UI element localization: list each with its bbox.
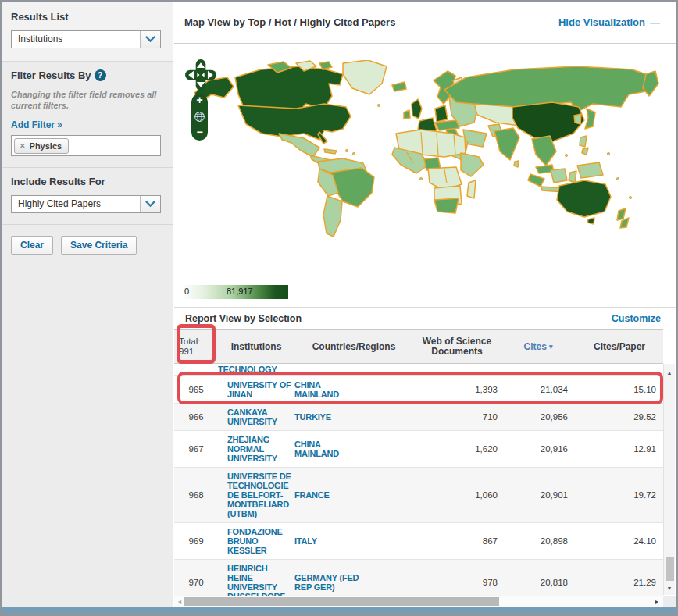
add-filter-link[interactable]: Add Filter » (11, 119, 62, 130)
cpp-cell: 24.10 (576, 523, 663, 559)
globe-icon[interactable] (194, 111, 205, 123)
docs-cell (413, 364, 501, 375)
zoom-out-icon[interactable]: − (196, 127, 202, 137)
sidebar: Results List Institutions Filter Results… (2, 2, 173, 607)
remove-filter-icon[interactable]: ✕ (20, 142, 26, 150)
institution-cell: FONDAZIONE BRUNO KESSLER (218, 523, 294, 559)
legend-min-label: 0 (184, 287, 189, 296)
rank-cell: 968 (174, 468, 218, 522)
map-legend: 0 81,917 (182, 285, 288, 299)
docs-cell: 867 (413, 523, 501, 559)
chevron-down-icon[interactable] (140, 31, 160, 48)
hide-visualization-link[interactable]: Hide Visualization— (558, 16, 660, 28)
scrollbar-corner (663, 596, 677, 608)
cites-cell: 20,916 (501, 431, 576, 467)
hide-visualization-label: Hide Visualization (558, 16, 645, 28)
country-cell: TURKIYE (294, 404, 413, 430)
vertical-scrollbar-thumb[interactable] (666, 557, 674, 581)
cpp-cell: 29.52 (576, 404, 663, 430)
institution-link[interactable]: HEINRICH HEINE UNIVERSITY DUSSELDORF (227, 564, 294, 596)
vertical-scrollbar[interactable]: ▲ ▼ (663, 364, 675, 595)
esi-window: Results List Institutions Filter Results… (0, 0, 678, 616)
sidebar-actions: Clear Save Criteria (2, 225, 173, 265)
country-cell: ITALY (294, 523, 413, 559)
map-area: + − 0 81,917 (174, 45, 677, 307)
table-body: TECHNOLOGY965UNIVERSITY OF JINANCHINA MA… (174, 364, 663, 596)
rank-cell: 970 (174, 560, 218, 596)
clear-button[interactable]: Clear (11, 236, 53, 255)
institution-cell: UNIVERSITY OF JINAN (218, 376, 294, 403)
table-row-968: 968UNIVERSITE DE TECHNOLOGIE DE BELFORT-… (174, 468, 663, 523)
institution-link[interactable]: UNIVERSITY OF JINAN (227, 380, 291, 399)
table-row-965: 965UNIVERSITY OF JINANCHINA MAINLAND1,39… (174, 376, 663, 404)
table-row-969: 969FONDAZIONE BRUNO KESSLERITALY86720,89… (174, 523, 663, 560)
col-header-cites-per-paper: Cites/Paper (576, 330, 663, 363)
institution-link[interactable]: TECHNOLOGY (218, 365, 277, 374)
filter-tags-box: ✕ Physics (11, 135, 161, 156)
scroll-right-icon[interactable]: ► (652, 596, 662, 608)
cpp-cell: 21.29 (576, 560, 663, 596)
filter-tag-physics[interactable]: ✕ Physics (14, 138, 69, 154)
results-list-heading: Results List (11, 11, 163, 23)
map-pan-control[interactable] (184, 59, 217, 91)
chevron-down-icon[interactable] (140, 196, 160, 212)
docs-cell: 1,620 (413, 431, 501, 467)
collapse-icon: — (650, 16, 660, 28)
scroll-left-icon[interactable]: ◄ (175, 596, 184, 608)
cites-cell: 20,901 (501, 468, 576, 522)
cpp-cell: 19.72 (576, 468, 663, 522)
cites-sort-link[interactable]: Cites (524, 342, 547, 352)
horizontal-scrollbar[interactable]: ◄ ► (174, 596, 677, 608)
institution-link[interactable]: FONDAZIONE BRUNO KESSLER (227, 527, 283, 555)
results-list-dropdown[interactable]: Institutions (11, 30, 161, 48)
institution-link[interactable]: ZHEJIANG NORMAL UNIVERSITY (227, 435, 277, 463)
cites-cell: 20,818 (501, 560, 576, 596)
filter-note: Changing the filter field removes all cu… (11, 89, 161, 111)
report-header: Report View by Selection Customize (174, 307, 677, 329)
institution-link[interactable]: UNIVERSITE DE TECHNOLOGIE DE BELFORT- MO… (227, 472, 291, 518)
docs-cell: 978 (413, 560, 501, 596)
scroll-up-icon[interactable]: ▲ (664, 369, 675, 378)
col-header-cites-sort[interactable]: Cites ▾ (501, 330, 576, 363)
rank-cell: 969 (174, 523, 218, 559)
table-header: Total: 991 Institutions Countries/Region… (174, 329, 663, 364)
include-dropdown[interactable]: Highly Cited Papers (11, 195, 161, 213)
total-count: Total: 991 (174, 330, 218, 363)
docs-cell: 1,393 (413, 376, 501, 403)
docs-cell: 710 (413, 404, 501, 430)
cpp-cell: 12.91 (576, 431, 663, 467)
map-header: Map View by Top / Hot / Highly Cited Pap… (174, 2, 677, 44)
filter-heading: Filter Results By? (11, 69, 163, 81)
rank-cell: 966 (174, 404, 218, 430)
world-map[interactable] (187, 60, 671, 282)
table-row-966: 966CANKAYA UNIVERSITYTURKIYE71020,95629.… (174, 404, 663, 431)
cites-cell: 20,898 (501, 523, 576, 559)
help-icon[interactable]: ? (95, 69, 106, 81)
col-header-institutions: Institutions (218, 330, 294, 363)
institution-cell: TECHNOLOGY (218, 364, 294, 375)
institution-cell: HEINRICH HEINE UNIVERSITY DUSSELDORF (218, 560, 294, 596)
rank-cell: 965 (174, 376, 218, 403)
horizontal-scrollbar-thumb[interactable] (184, 597, 499, 606)
docs-cell: 1,060 (413, 468, 501, 522)
filter-section: Filter Results By? Changing the filter f… (2, 62, 173, 167)
map-zoom-control[interactable]: + − (191, 94, 208, 141)
rank-cell (174, 364, 218, 375)
filter-heading-label: Filter Results By (11, 69, 91, 81)
table-row-970: 970HEINRICH HEINE UNIVERSITY DUSSELDORFG… (174, 560, 663, 596)
customize-link[interactable]: Customize (612, 313, 661, 324)
cpp-cell (576, 364, 663, 375)
table-row-partial: TECHNOLOGY (174, 364, 663, 376)
save-criteria-button[interactable]: Save Criteria (61, 236, 137, 255)
institution-cell: UNIVERSITE DE TECHNOLOGIE DE BELFORT- MO… (218, 468, 294, 522)
institution-link[interactable]: CANKAYA UNIVERSITY (227, 408, 277, 426)
country-cell: CHINA MAINLAND (294, 431, 413, 467)
col-header-countries: Countries/Regions (294, 330, 413, 363)
zoom-in-icon[interactable]: + (196, 95, 202, 105)
scroll-down-icon[interactable]: ▼ (664, 584, 675, 593)
map-title: Map View by Top / Hot / Highly Cited Pap… (184, 16, 395, 28)
include-section: Include Results For Highly Cited Papers (2, 168, 173, 224)
country-cell: FRANCE (294, 468, 413, 522)
filter-tag-label: Physics (30, 141, 62, 151)
cites-cell (501, 364, 576, 375)
